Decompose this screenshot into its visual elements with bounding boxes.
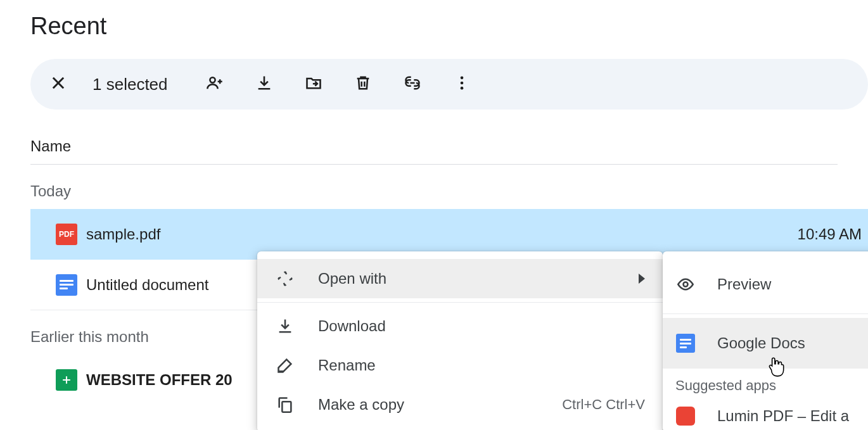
rename-icon — [275, 355, 295, 376]
menu-rename[interactable]: Rename — [257, 346, 663, 385]
close-selection-button[interactable] — [43, 69, 73, 99]
svg-point-0 — [210, 77, 215, 82]
lumin-icon — [675, 406, 696, 426]
open-with-submenu: Preview Google Docs Suggested apps Lumin… — [663, 251, 868, 430]
link-button[interactable] — [397, 69, 428, 99]
submenu-preview[interactable]: Preview — [663, 259, 868, 310]
list-header: Name — [30, 137, 838, 165]
share-button[interactable] — [200, 69, 230, 99]
svg-point-1 — [460, 77, 463, 80]
menu-label: Preview — [717, 275, 771, 293]
menu-shortcut: Ctrl+C Ctrl+V — [562, 396, 645, 413]
menu-label: Open with — [318, 270, 386, 288]
column-name-header[interactable]: Name — [30, 137, 838, 155]
file-name: sample.pdf — [86, 225, 160, 243]
trash-icon — [354, 74, 372, 94]
file-name: Untitled document — [86, 276, 208, 294]
move-button[interactable] — [298, 69, 329, 99]
menu-make-copy[interactable]: Make a copy Ctrl+C Ctrl+V — [257, 385, 663, 424]
menu-divider — [257, 302, 663, 303]
download-button[interactable] — [249, 69, 279, 99]
download-icon — [255, 74, 273, 94]
docs-icon — [56, 274, 77, 296]
menu-download[interactable]: Download — [257, 307, 663, 346]
link-icon — [404, 74, 421, 94]
submenu-google-docs[interactable]: Google Docs — [663, 318, 868, 369]
close-icon — [49, 74, 67, 94]
selection-bar: 1 selected — [30, 59, 868, 110]
submenu-lumin[interactable]: Lumin PDF – Edit a — [663, 400, 868, 430]
sheets-icon — [56, 369, 77, 391]
file-time: 10:49 AM — [798, 225, 862, 243]
menu-label: Google Docs — [717, 334, 805, 352]
svg-rect-4 — [282, 402, 291, 412]
submenu-section-title: Suggested apps — [663, 369, 868, 400]
section-today: Today — [30, 182, 868, 200]
delete-button[interactable] — [348, 69, 378, 99]
download-icon — [275, 316, 295, 336]
selection-count: 1 selected — [93, 75, 168, 94]
menu-label: Make a copy — [318, 396, 404, 414]
svg-point-2 — [460, 82, 463, 85]
menu-label: Rename — [318, 357, 376, 374]
menu-open-with[interactable]: Open with — [257, 259, 663, 298]
person-add-icon — [206, 74, 224, 94]
more-actions-button[interactable] — [447, 69, 477, 99]
folder-move-icon — [305, 74, 322, 94]
copy-icon — [275, 395, 295, 415]
more-vertical-icon — [453, 74, 471, 94]
chevron-right-icon — [639, 274, 645, 284]
docs-icon — [675, 333, 696, 353]
menu-divider — [663, 313, 868, 314]
svg-point-3 — [460, 87, 463, 90]
pdf-icon: PDF — [56, 224, 77, 245]
menu-label: Download — [318, 317, 386, 335]
file-name: WEBSITE OFFER 20 — [86, 371, 233, 389]
open-with-icon — [275, 269, 295, 289]
page-title: Recent — [0, 0, 868, 40]
svg-point-5 — [684, 282, 688, 287]
menu-label: Lumin PDF – Edit a — [717, 407, 849, 425]
eye-icon — [675, 274, 696, 294]
context-menu: Open with Download Rename Make a copy Ct… — [257, 251, 663, 430]
